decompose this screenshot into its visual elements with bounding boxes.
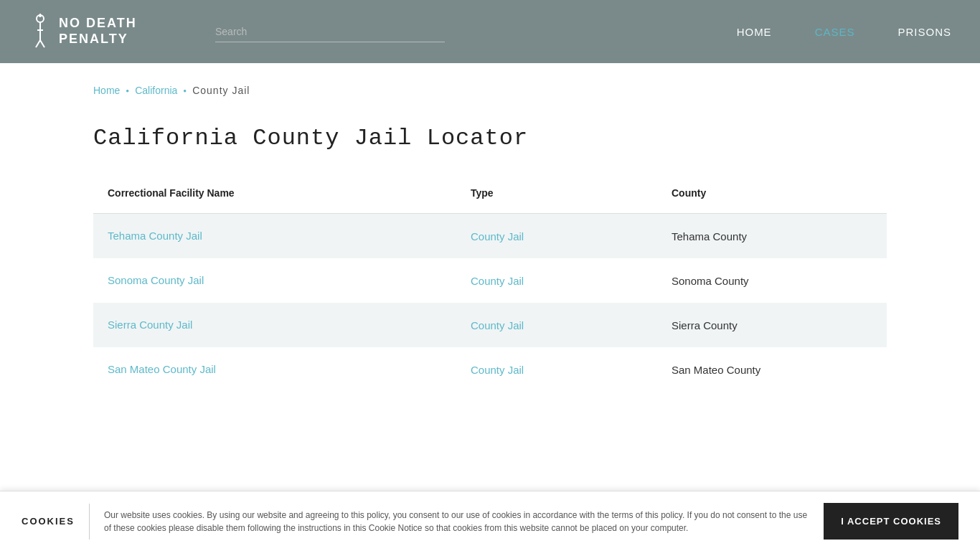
svg-point-6: [39, 14, 42, 17]
svg-line-2: [36, 40, 40, 47]
cell-type: County Jail: [471, 319, 672, 331]
breadcrumb-california[interactable]: California: [135, 85, 177, 96]
logo-text: NO DEATH PENALTY: [59, 16, 137, 47]
nav-prisons[interactable]: PRISONS: [897, 26, 951, 38]
cell-facility-name[interactable]: Tehama County Jail: [108, 230, 471, 242]
search-input[interactable]: [215, 22, 445, 42]
cell-facility-name[interactable]: San Mateo County Jail: [108, 363, 471, 376]
table-row: Tehama County Jail County Jail Tehama Co…: [93, 214, 887, 258]
col-header-type: Type: [471, 187, 672, 199]
cell-facility-name[interactable]: Sonoma County Jail: [108, 274, 471, 287]
page-title: California County Jail Locator: [93, 125, 887, 151]
breadcrumb-sep-2: ●: [183, 88, 187, 94]
cell-county: Sierra County: [672, 319, 872, 331]
cell-county: Sonoma County: [672, 275, 872, 287]
nav-home[interactable]: HOME: [737, 26, 772, 38]
logo-area: NO DEATH PENALTY: [29, 14, 187, 50]
search-area: [187, 22, 737, 42]
table-row: Sonoma County Jail County Jail Sonoma Co…: [93, 258, 887, 303]
breadcrumb-sep-1: ●: [126, 88, 129, 94]
breadcrumb-current: County Jail: [192, 85, 250, 96]
breadcrumb: Home ● California ● County Jail: [93, 85, 887, 96]
table-header: Correctional Facility Name Type County: [93, 180, 887, 214]
header: NO DEATH PENALTY HOME CASES PRISONS: [0, 0, 980, 63]
breadcrumb-home[interactable]: Home: [93, 85, 120, 96]
main-content: California County Jail Locator Correctio…: [0, 110, 980, 420]
cell-facility-name[interactable]: Sierra County Jail: [108, 319, 471, 331]
cell-county: San Mateo County: [672, 364, 872, 376]
facility-table: Correctional Facility Name Type County T…: [93, 180, 887, 392]
nav-cases[interactable]: CASES: [815, 26, 855, 38]
cell-type: County Jail: [471, 230, 672, 242]
svg-line-3: [40, 40, 44, 47]
logo-icon: [29, 14, 52, 50]
cell-type: County Jail: [471, 364, 672, 376]
cell-county: Tehama County: [672, 230, 872, 242]
breadcrumb-area: Home ● California ● County Jail: [0, 63, 980, 110]
table-row: San Mateo County Jail County Jail San Ma…: [93, 347, 887, 392]
col-header-county: County: [672, 187, 872, 199]
main-nav: HOME CASES PRISONS: [737, 26, 951, 38]
cell-type: County Jail: [471, 275, 672, 287]
table-row: Sierra County Jail County Jail Sierra Co…: [93, 303, 887, 347]
col-header-name: Correctional Facility Name: [108, 187, 471, 199]
